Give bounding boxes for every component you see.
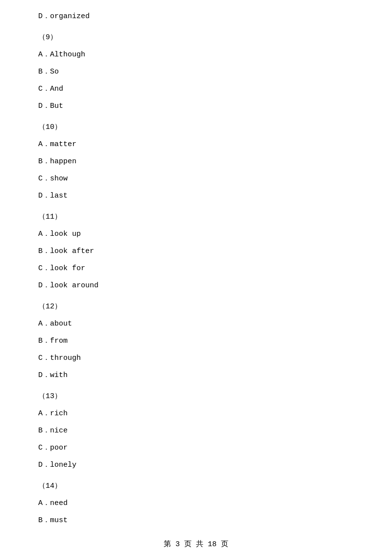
option-line: C．look for — [38, 262, 354, 275]
question-number: （10） — [38, 121, 354, 134]
option-line: B．nice — [38, 424, 354, 437]
option-line: A．about — [38, 317, 354, 330]
option-line: C．show — [38, 172, 354, 185]
option-line: A．Although — [38, 48, 354, 61]
spacer — [38, 384, 354, 386]
option-line: C．And — [38, 82, 354, 96]
option-line: D．organized — [38, 10, 354, 23]
spacer — [38, 115, 354, 117]
option-line: A．look up — [38, 227, 354, 241]
option-line: A．need — [38, 497, 354, 510]
option-line: D．with — [38, 369, 354, 382]
option-line: B．from — [38, 334, 354, 348]
main-content: D．organized（9）A．AlthoughB．SoC．AndD．But（1… — [0, 0, 392, 555]
option-line: D．last — [38, 189, 354, 202]
option-line: B．must — [38, 514, 354, 527]
question-number: （14） — [38, 479, 354, 493]
option-line: B．look after — [38, 245, 354, 258]
spacer — [38, 294, 354, 296]
spacer — [38, 474, 354, 476]
option-line: D．lonely — [38, 458, 354, 472]
spacer — [38, 204, 354, 206]
option-line: A．rich — [38, 407, 354, 420]
option-line: A．matter — [38, 138, 354, 151]
option-line: B．happen — [38, 155, 354, 168]
question-number: （12） — [38, 300, 354, 313]
option-line: C．poor — [38, 441, 354, 454]
question-number: （13） — [38, 390, 354, 403]
question-number: （11） — [38, 210, 354, 224]
question-number: （9） — [38, 31, 354, 44]
option-line: D．look around — [38, 279, 354, 292]
spacer — [38, 25, 354, 27]
option-line: B．So — [38, 65, 354, 78]
option-line: C．through — [38, 352, 354, 365]
page-footer: 第 3 页 共 18 页 — [0, 539, 392, 549]
option-line: D．But — [38, 100, 354, 113]
